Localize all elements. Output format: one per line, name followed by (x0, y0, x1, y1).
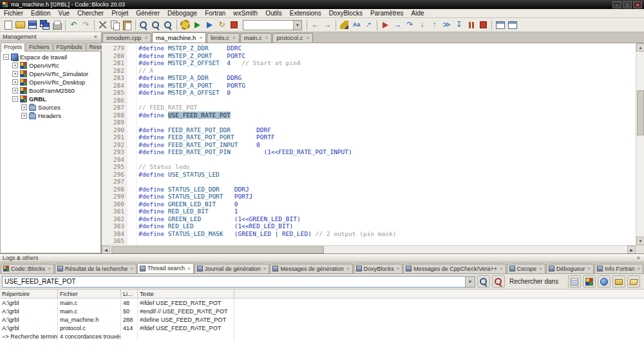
regex-icon[interactable]: .* (363, 19, 374, 30)
next-instruction-icon[interactable]: ≫ (441, 19, 452, 30)
menu-item-extensions[interactable]: Extensions (286, 10, 325, 17)
tree-expander-icon[interactable]: + (12, 79, 18, 85)
vertical-scrollbar[interactable]: ▲ ▼ (636, 43, 644, 245)
tab-close-icon[interactable]: × (232, 35, 236, 41)
management-close-icon[interactable]: × (93, 34, 99, 40)
logs-tab-code-blocks[interactable]: Code::Blocks× (1, 264, 54, 273)
build-icon[interactable] (180, 19, 191, 30)
tree-expander-icon[interactable]: − (12, 96, 18, 102)
step-into-icon[interactable]: ↓ (417, 19, 428, 30)
highlight-icon[interactable] (339, 19, 350, 30)
menu-item-outils[interactable]: Outils (261, 10, 286, 17)
debug-run-icon[interactable] (380, 19, 391, 30)
logs-tab-messages-de-g-n-ration[interactable]: Messages de génération× (270, 264, 352, 273)
results-header-cell[interactable]: Fichier (58, 289, 121, 298)
logs-tab-d-bogueur[interactable]: Débogueur× (546, 264, 594, 273)
undo-icon[interactable]: ↶ (68, 19, 79, 30)
tree-item-openavrc-desktop[interactable]: +OpenAVRc_Desktop (1, 78, 100, 86)
tree-item-openavrc-simulator[interactable]: +OpenAVRc_Simulator (1, 70, 100, 78)
tree-item-bootframm2560[interactable]: +BootFramM2560 (1, 86, 100, 95)
tree-expander-icon[interactable]: − (3, 54, 9, 60)
tab-close-icon[interactable]: × (346, 266, 350, 271)
tree-item-grbl[interactable]: −GRBL (1, 95, 100, 103)
logs-close-icon[interactable]: × (636, 255, 641, 261)
various-info-icon[interactable] (507, 19, 518, 30)
find-icon[interactable] (138, 20, 149, 30)
maximize-button[interactable]: □ (623, 1, 632, 8)
horizontal-scroll-track[interactable] (110, 246, 627, 253)
result-row[interactable]: A:\grblprotocol.c414#ifdef USE_FEED_RATE… (0, 324, 644, 332)
logs-tab-messages-de-cppcheck-vera[interactable]: Messages de CppCheck/Vera++× (403, 264, 506, 273)
management-tab-fichiers[interactable]: Fichiers (26, 43, 53, 51)
run-icon[interactable] (192, 19, 203, 30)
tree-item-sources[interactable]: +Sources (1, 103, 100, 112)
logs-tab-journal-de-g-n-ration[interactable]: Journal de génération× (194, 264, 270, 273)
editor-tab-xmodem-cpp[interactable]: xmodem.cpp× (102, 33, 151, 43)
tree-expander-icon[interactable]: + (12, 71, 18, 77)
open-file-icon[interactable] (15, 19, 26, 30)
forward-icon[interactable]: → (322, 19, 333, 30)
menu-item-d-bogage[interactable]: Débogage (164, 10, 201, 17)
tab-close-icon[interactable]: × (187, 266, 191, 271)
step-out-icon[interactable]: ↑ (429, 19, 440, 30)
logs-tab-doxyblocks[interactable]: DoxyBlocks× (354, 264, 403, 273)
editor-tab-protocol-c[interactable]: protocol.c× (272, 33, 313, 43)
dropdown-icon[interactable]: ▼ (293, 21, 301, 30)
debugging-windows-icon[interactable] (495, 19, 506, 30)
tree-expander-icon[interactable]: + (12, 63, 18, 68)
new-folder-button[interactable] (612, 275, 625, 288)
menu-item-doxyblocks[interactable]: DoxyBlocks (325, 10, 366, 17)
replace-icon[interactable] (151, 20, 162, 30)
tab-close-icon[interactable]: × (263, 266, 267, 271)
menu-item-wxsmith[interactable]: wxSmith (229, 10, 261, 17)
menu-item-g-n-rer[interactable]: Générer (132, 10, 164, 17)
back-icon[interactable]: ← (310, 19, 321, 30)
tab-close-icon[interactable]: × (130, 266, 133, 271)
tab-close-icon[interactable]: × (397, 266, 400, 271)
horizontal-scroll-thumb[interactable] (111, 246, 324, 253)
redo-icon[interactable]: ↷ (80, 19, 91, 30)
tree-expander-icon[interactable]: + (21, 104, 27, 110)
copy-icon[interactable] (109, 19, 120, 30)
tree-item-espace-de-travail[interactable]: −Espace de travail (1, 53, 100, 61)
menu-item-aide[interactable]: Aide (408, 10, 428, 17)
rebuild-icon[interactable]: ↻ (216, 19, 227, 30)
menu-item-vue[interactable]: Vue (55, 10, 73, 17)
results-header-cell[interactable]: Li... (121, 289, 138, 298)
save-icon[interactable] (27, 19, 38, 30)
editor-tab-ma-machine-h[interactable]: ma_machine.h× (152, 32, 206, 43)
tab-close-icon[interactable]: × (265, 35, 269, 41)
menu-item-fortran[interactable]: Fortran (201, 10, 229, 17)
menu-item-edition[interactable]: Edition (27, 10, 55, 17)
tab-close-icon[interactable]: × (587, 266, 591, 271)
build-and-run-icon[interactable] (204, 19, 215, 30)
colors-button[interactable] (583, 275, 596, 288)
cut-icon[interactable] (97, 19, 108, 30)
vertical-scroll-track[interactable] (636, 52, 644, 237)
editor-tab-limits-c[interactable]: limits.c× (207, 33, 240, 43)
search-input[interactable] (3, 277, 465, 287)
menu-item-chercher[interactable]: Chercher (73, 10, 108, 17)
code-editor[interactable]: 279#define MSTEP_Z_DDR DDRC280#define MS… (102, 43, 636, 245)
tree-expander-icon[interactable]: + (12, 88, 18, 93)
tree-item-headers[interactable]: +Headers (1, 112, 100, 120)
tab-close-icon[interactable]: × (144, 35, 147, 41)
find-in-files-icon[interactable] (163, 20, 174, 30)
tab-close-icon[interactable]: × (48, 266, 51, 271)
search-options-button[interactable] (492, 275, 505, 288)
new-file-icon[interactable] (3, 19, 14, 30)
horizontal-scrollbar[interactable]: ◀ ▶ (102, 246, 636, 253)
vertical-scroll-thumb[interactable] (637, 90, 644, 135)
result-row[interactable]: A:\grblmain.c50#endif // USE_FEED_RATE_P… (0, 307, 644, 315)
paste-icon[interactable] (122, 19, 133, 30)
abort-build-icon[interactable] (229, 19, 240, 30)
scroll-up-icon[interactable]: ▲ (636, 43, 644, 52)
search-dropdown-icon[interactable]: ▼ (465, 277, 475, 287)
results-list-button[interactable] (568, 275, 581, 288)
break-debugger-icon[interactable] (466, 19, 477, 30)
tree-item-openavrc[interactable]: +OpenAVRc (1, 61, 100, 70)
match-case-icon[interactable]: Aa (351, 19, 362, 30)
search-button[interactable] (477, 275, 490, 288)
tab-close-icon[interactable]: × (638, 266, 641, 271)
menu-item-fichier[interactable]: Fichier (0, 10, 27, 17)
